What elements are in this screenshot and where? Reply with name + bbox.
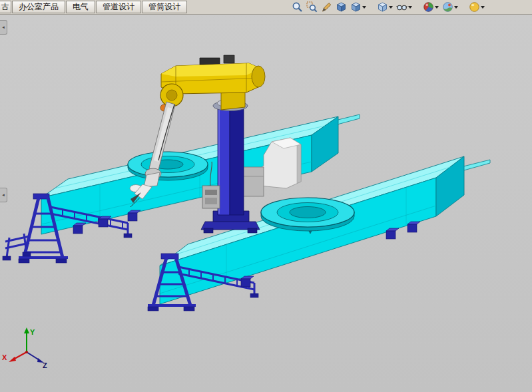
view-settings-icon[interactable] [468,1,485,13]
z-axis-label: Z [43,361,47,369]
robot-arm-cap [252,66,265,87]
y-axis-arrow [24,327,29,333]
previous-view-icon[interactable] [335,1,348,13]
apply-scene-icon[interactable] [441,1,459,13]
tab-office-products[interactable]: 办公室产品 [12,1,65,13]
view-orientation-icon[interactable] [350,1,367,13]
model-3d-svg[interactable]: Y X Z [0,14,532,392]
dropdown-caret-icon [389,6,393,9]
panel-collapse-button[interactable]: ◂ [0,20,7,35]
robot-top-unit [224,55,234,63]
zoom-to-fit-icon[interactable] [291,1,304,13]
hide-show-items-icon[interactable] [396,1,413,13]
x-axis-label: X [2,353,7,361]
triad-origin [25,351,28,353]
robot-top-unit [200,58,220,65]
x-axis-arrow [9,357,16,362]
toolbar-separator [369,7,374,7]
command-tab-bar: 古 办公室产品 电气 管道设计 管筒设计 [0,0,532,15]
dropdown-caret-icon [481,6,485,9]
support-stand-far-left[interactable] [3,234,31,260]
graphics-viewport[interactable]: Y X Z [0,14,532,392]
dropdown-caret-icon [362,6,366,9]
edit-appearance-icon[interactable] [422,1,439,13]
rotary-ring-right[interactable] [261,198,354,231]
tab-partial[interactable]: 古 [0,1,11,13]
dropdown-caret-icon [454,6,458,9]
section-view-icon[interactable] [320,1,333,13]
tab-tubing-design[interactable]: 管筒设计 [142,1,187,13]
tab-piping-design[interactable]: 管道设计 [96,1,141,13]
equipment-box[interactable] [241,167,264,196]
dropdown-caret-icon [435,6,439,9]
command-tabs: 古 办公室产品 电气 管道设计 管筒设计 [0,0,188,14]
column-right-face [230,106,244,215]
display-style-icon[interactable] [376,1,394,13]
dropdown-caret-icon [408,6,412,9]
tab-electrical[interactable]: 电气 [66,1,95,13]
zoom-to-area-icon[interactable] [306,1,318,13]
toolbar-separator [415,7,420,7]
toolbar-separator [461,7,466,7]
y-axis-label: Y [30,328,35,336]
orientation-triad[interactable]: Y X Z [2,327,47,369]
heads-up-view-toolbar [291,1,485,13]
panel-collapse-button[interactable]: ◂ [0,188,7,202]
rotary-ring-left[interactable] [128,152,208,180]
